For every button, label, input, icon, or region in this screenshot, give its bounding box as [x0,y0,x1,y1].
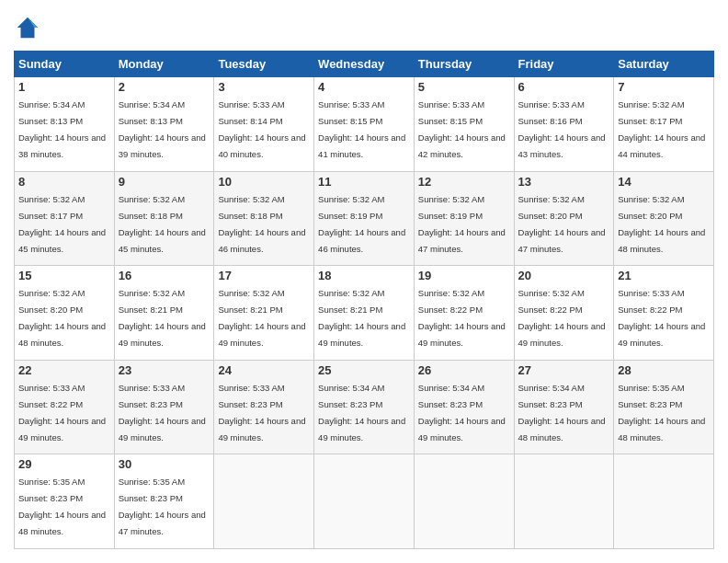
week-row-3: 15 Sunrise: 5:32 AMSunset: 8:20 PMDaylig… [15,266,714,361]
calendar-cell: 15 Sunrise: 5:32 AMSunset: 8:20 PMDaylig… [15,266,115,361]
calendar-cell: 7 Sunrise: 5:32 AMSunset: 8:17 PMDayligh… [614,77,714,172]
day-number: 13 [518,175,610,189]
calendar-cell: 11 Sunrise: 5:32 AMSunset: 8:19 PMDaylig… [314,171,415,266]
day-detail: Sunrise: 5:32 AMSunset: 8:17 PMDaylight:… [618,99,705,159]
day-number: 4 [318,80,410,94]
day-number: 24 [218,363,310,377]
weekday-saturday: Saturday [614,52,714,77]
header [14,14,714,41]
day-detail: Sunrise: 5:33 AMSunset: 8:14 PMDaylight:… [218,99,305,159]
day-number: 20 [518,269,610,282]
day-number: 3 [218,80,310,94]
day-detail: Sunrise: 5:33 AMSunset: 8:22 PMDaylight:… [618,288,705,348]
calendar-cell: 24 Sunrise: 5:33 AMSunset: 8:23 PMDaylig… [214,360,314,454]
week-row-1: 1 Sunrise: 5:34 AMSunset: 8:13 PMDayligh… [15,77,714,172]
day-detail: Sunrise: 5:32 AMSunset: 8:18 PMDaylight:… [119,194,206,254]
day-number: 23 [119,363,210,377]
day-number: 18 [318,269,410,282]
day-number: 14 [618,175,710,189]
calendar-cell: 28 Sunrise: 5:35 AMSunset: 8:23 PMDaylig… [614,360,714,454]
day-detail: Sunrise: 5:32 AMSunset: 8:22 PMDaylight:… [418,288,506,348]
day-detail: Sunrise: 5:33 AMSunset: 8:15 PMDaylight:… [318,99,405,159]
day-number: 7 [618,80,710,94]
calendar-cell [314,454,415,549]
calendar-cell: 27 Sunrise: 5:34 AMSunset: 8:23 PMDaylig… [514,360,614,454]
day-number: 9 [119,175,210,189]
week-row-2: 8 Sunrise: 5:32 AMSunset: 8:17 PMDayligh… [15,171,714,266]
calendar-cell: 3 Sunrise: 5:33 AMSunset: 8:14 PMDayligh… [214,77,314,172]
day-detail: Sunrise: 5:32 AMSunset: 8:21 PMDaylight:… [119,288,206,348]
day-detail: Sunrise: 5:33 AMSunset: 8:22 PMDaylight:… [18,383,106,442]
calendar-cell [514,454,614,549]
day-number: 25 [318,363,410,377]
day-number: 8 [18,175,110,189]
logo [14,14,45,41]
calendar-cell: 19 Sunrise: 5:32 AMSunset: 8:22 PMDaylig… [414,266,514,361]
calendar-cell: 8 Sunrise: 5:32 AMSunset: 8:17 PMDayligh… [15,171,115,266]
calendar-cell: 23 Sunrise: 5:33 AMSunset: 8:23 PMDaylig… [114,360,214,454]
weekday-wednesday: Wednesday [314,52,415,77]
day-detail: Sunrise: 5:33 AMSunset: 8:23 PMDaylight:… [218,383,305,442]
calendar-cell: 10 Sunrise: 5:32 AMSunset: 8:18 PMDaylig… [214,171,314,266]
calendar-cell: 4 Sunrise: 5:33 AMSunset: 8:15 PMDayligh… [314,77,415,172]
calendar-table: SundayMondayTuesdayWednesdayThursdayFrid… [14,51,714,549]
day-detail: Sunrise: 5:32 AMSunset: 8:20 PMDaylight:… [18,288,106,348]
calendar-cell: 21 Sunrise: 5:33 AMSunset: 8:22 PMDaylig… [614,266,714,361]
calendar-cell: 6 Sunrise: 5:33 AMSunset: 8:16 PMDayligh… [514,77,614,172]
calendar-cell [214,454,314,549]
day-detail: Sunrise: 5:34 AMSunset: 8:13 PMDaylight:… [18,99,106,159]
day-number: 22 [18,363,110,377]
day-detail: Sunrise: 5:32 AMSunset: 8:19 PMDaylight:… [318,194,405,254]
calendar-cell: 14 Sunrise: 5:32 AMSunset: 8:20 PMDaylig… [614,171,714,266]
week-row-5: 29 Sunrise: 5:35 AMSunset: 8:23 PMDaylig… [15,454,714,549]
day-detail: Sunrise: 5:32 AMSunset: 8:20 PMDaylight:… [618,194,705,254]
calendar-cell: 22 Sunrise: 5:33 AMSunset: 8:22 PMDaylig… [15,360,115,454]
day-number: 5 [418,80,510,94]
day-number: 21 [618,269,710,282]
calendar-cell: 17 Sunrise: 5:32 AMSunset: 8:21 PMDaylig… [214,266,314,361]
day-detail: Sunrise: 5:33 AMSunset: 8:16 PMDaylight:… [518,99,606,159]
day-detail: Sunrise: 5:35 AMSunset: 8:23 PMDaylight:… [18,477,106,536]
calendar-cell: 25 Sunrise: 5:34 AMSunset: 8:23 PMDaylig… [314,360,415,454]
weekday-header-row: SundayMondayTuesdayWednesdayThursdayFrid… [15,52,714,77]
day-detail: Sunrise: 5:35 AMSunset: 8:23 PMDaylight:… [618,383,705,442]
day-detail: Sunrise: 5:33 AMSunset: 8:23 PMDaylight:… [119,383,206,442]
day-number: 15 [18,269,110,282]
day-detail: Sunrise: 5:32 AMSunset: 8:17 PMDaylight:… [18,194,106,254]
page: SundayMondayTuesdayWednesdayThursdayFrid… [0,0,728,563]
day-number: 1 [18,80,110,94]
calendar-body: 1 Sunrise: 5:34 AMSunset: 8:13 PMDayligh… [15,77,714,549]
day-number: 29 [18,457,110,471]
day-detail: Sunrise: 5:34 AMSunset: 8:23 PMDaylight:… [318,383,405,442]
day-detail: Sunrise: 5:33 AMSunset: 8:15 PMDaylight:… [418,99,506,159]
calendar-cell: 13 Sunrise: 5:32 AMSunset: 8:20 PMDaylig… [514,171,614,266]
day-detail: Sunrise: 5:32 AMSunset: 8:20 PMDaylight:… [518,194,606,254]
day-detail: Sunrise: 5:32 AMSunset: 8:21 PMDaylight:… [318,288,405,348]
day-number: 2 [119,80,210,94]
day-number: 27 [518,363,610,377]
weekday-sunday: Sunday [15,52,115,77]
day-detail: Sunrise: 5:34 AMSunset: 8:13 PMDaylight:… [119,99,206,159]
day-number: 30 [119,457,210,471]
week-row-4: 22 Sunrise: 5:33 AMSunset: 8:22 PMDaylig… [15,360,714,454]
weekday-monday: Monday [114,52,214,77]
weekday-thursday: Thursday [414,52,514,77]
day-number: 17 [218,269,310,282]
calendar-cell: 30 Sunrise: 5:35 AMSunset: 8:23 PMDaylig… [114,454,214,549]
day-number: 11 [318,175,410,189]
calendar-cell: 2 Sunrise: 5:34 AMSunset: 8:13 PMDayligh… [114,77,214,172]
day-detail: Sunrise: 5:34 AMSunset: 8:23 PMDaylight:… [518,383,606,442]
day-number: 6 [518,80,610,94]
logo-icon [14,14,41,41]
day-detail: Sunrise: 5:32 AMSunset: 8:22 PMDaylight:… [518,288,606,348]
weekday-friday: Friday [514,52,614,77]
calendar-cell: 29 Sunrise: 5:35 AMSunset: 8:23 PMDaylig… [15,454,115,549]
calendar-cell: 1 Sunrise: 5:34 AMSunset: 8:13 PMDayligh… [15,77,115,172]
calendar-cell: 18 Sunrise: 5:32 AMSunset: 8:21 PMDaylig… [314,266,415,361]
calendar-cell: 16 Sunrise: 5:32 AMSunset: 8:21 PMDaylig… [114,266,214,361]
day-number: 26 [418,363,510,377]
day-detail: Sunrise: 5:34 AMSunset: 8:23 PMDaylight:… [418,383,506,442]
day-number: 28 [618,363,710,377]
day-number: 16 [119,269,210,282]
day-detail: Sunrise: 5:35 AMSunset: 8:23 PMDaylight:… [119,477,206,536]
